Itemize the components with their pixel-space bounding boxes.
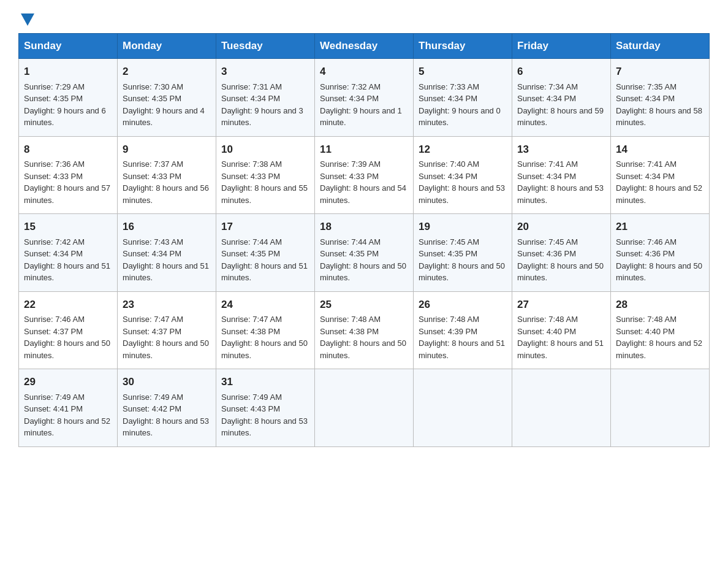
calendar-cell: 14 Sunrise: 7:41 AMSunset: 4:34 PMDaylig… — [611, 136, 710, 214]
calendar-cell: 30 Sunrise: 7:49 AMSunset: 4:42 PMDaylig… — [118, 369, 216, 447]
day-number: 3 — [221, 64, 309, 80]
calendar-cell: 10 Sunrise: 7:38 AMSunset: 4:33 PMDaylig… — [216, 136, 315, 214]
day-info: Sunrise: 7:37 AMSunset: 4:33 PMDaylight:… — [123, 159, 209, 205]
day-number: 7 — [616, 64, 704, 80]
day-info: Sunrise: 7:44 AMSunset: 4:35 PMDaylight:… — [221, 237, 308, 283]
day-number: 19 — [419, 219, 507, 235]
day-number: 14 — [616, 142, 704, 158]
day-number: 13 — [517, 142, 605, 158]
day-info: Sunrise: 7:40 AMSunset: 4:34 PMDaylight:… — [419, 159, 505, 205]
calendar-cell: 9 Sunrise: 7:37 AMSunset: 4:33 PMDayligh… — [118, 136, 216, 214]
day-header-wednesday: Wednesday — [315, 34, 414, 59]
day-header-tuesday: Tuesday — [216, 34, 315, 59]
svg-marker-0 — [21, 13, 34, 26]
day-info: Sunrise: 7:43 AMSunset: 4:34 PMDaylight:… — [123, 237, 209, 283]
day-header-friday: Friday — [512, 34, 611, 59]
day-info: Sunrise: 7:45 AMSunset: 4:36 PMDaylight:… — [517, 237, 604, 283]
day-info: Sunrise: 7:33 AMSunset: 4:34 PMDaylight:… — [419, 82, 501, 128]
day-info: Sunrise: 7:49 AMSunset: 4:42 PMDaylight:… — [123, 393, 209, 438]
day-info: Sunrise: 7:34 AMSunset: 4:34 PMDaylight:… — [517, 82, 604, 128]
day-number: 15 — [24, 219, 112, 235]
day-info: Sunrise: 7:46 AMSunset: 4:37 PMDaylight:… — [24, 315, 110, 360]
calendar-cell — [414, 369, 512, 447]
day-info: Sunrise: 7:44 AMSunset: 4:35 PMDaylight:… — [320, 237, 406, 283]
calendar-cell: 17 Sunrise: 7:44 AMSunset: 4:35 PMDaylig… — [216, 214, 315, 292]
calendar-week-row: 1 Sunrise: 7:29 AMSunset: 4:35 PMDayligh… — [19, 59, 710, 137]
day-info: Sunrise: 7:49 AMSunset: 4:43 PMDaylight:… — [221, 393, 308, 438]
calendar-cell: 5 Sunrise: 7:33 AMSunset: 4:34 PMDayligh… — [414, 59, 512, 137]
calendar-cell: 2 Sunrise: 7:30 AMSunset: 4:35 PMDayligh… — [118, 59, 216, 137]
calendar-cell: 1 Sunrise: 7:29 AMSunset: 4:35 PMDayligh… — [19, 59, 118, 137]
day-info: Sunrise: 7:31 AMSunset: 4:34 PMDaylight:… — [221, 82, 303, 128]
calendar-week-row: 15 Sunrise: 7:42 AMSunset: 4:34 PMDaylig… — [19, 214, 710, 292]
day-info: Sunrise: 7:45 AMSunset: 4:35 PMDaylight:… — [419, 237, 505, 283]
day-info: Sunrise: 7:38 AMSunset: 4:33 PMDaylight:… — [221, 159, 308, 205]
day-number: 4 — [320, 64, 408, 80]
calendar-cell: 27 Sunrise: 7:48 AMSunset: 4:40 PMDaylig… — [512, 291, 611, 369]
day-info: Sunrise: 7:29 AMSunset: 4:35 PMDaylight:… — [24, 82, 106, 128]
day-number: 10 — [221, 142, 309, 158]
calendar-body: 1 Sunrise: 7:29 AMSunset: 4:35 PMDayligh… — [19, 59, 710, 447]
day-number: 8 — [24, 142, 112, 158]
day-info: Sunrise: 7:35 AMSunset: 4:34 PMDaylight:… — [616, 82, 702, 128]
day-info: Sunrise: 7:41 AMSunset: 4:34 PMDaylight:… — [517, 159, 604, 205]
day-info: Sunrise: 7:39 AMSunset: 4:33 PMDaylight:… — [320, 159, 406, 205]
day-info: Sunrise: 7:47 AMSunset: 4:38 PMDaylight:… — [221, 315, 308, 360]
day-number: 21 — [616, 219, 704, 235]
day-info: Sunrise: 7:32 AMSunset: 4:34 PMDaylight:… — [320, 82, 402, 128]
calendar-cell: 6 Sunrise: 7:34 AMSunset: 4:34 PMDayligh… — [512, 59, 611, 137]
calendar-cell: 21 Sunrise: 7:46 AMSunset: 4:36 PMDaylig… — [611, 214, 710, 292]
day-number: 12 — [419, 142, 507, 158]
logo-triangle-icon — [21, 13, 34, 27]
calendar-cell — [611, 369, 710, 447]
day-info: Sunrise: 7:41 AMSunset: 4:34 PMDaylight:… — [616, 159, 702, 205]
calendar-cell: 12 Sunrise: 7:40 AMSunset: 4:34 PMDaylig… — [414, 136, 512, 214]
calendar-cell: 22 Sunrise: 7:46 AMSunset: 4:37 PMDaylig… — [19, 291, 118, 369]
calendar-cell: 31 Sunrise: 7:49 AMSunset: 4:43 PMDaylig… — [216, 369, 315, 447]
day-number: 25 — [320, 297, 408, 313]
logo — [18, 12, 34, 27]
calendar-cell: 4 Sunrise: 7:32 AMSunset: 4:34 PMDayligh… — [315, 59, 414, 137]
day-info: Sunrise: 7:46 AMSunset: 4:36 PMDaylight:… — [616, 237, 702, 283]
calendar-cell — [315, 369, 414, 447]
day-number: 20 — [517, 219, 605, 235]
calendar-cell: 16 Sunrise: 7:43 AMSunset: 4:34 PMDaylig… — [118, 214, 216, 292]
day-number: 18 — [320, 219, 408, 235]
day-number: 16 — [123, 219, 211, 235]
day-info: Sunrise: 7:42 AMSunset: 4:34 PMDaylight:… — [24, 237, 110, 283]
day-number: 17 — [221, 219, 309, 235]
calendar-header-row: SundayMondayTuesdayWednesdayThursdayFrid… — [19, 34, 710, 59]
day-info: Sunrise: 7:48 AMSunset: 4:38 PMDaylight:… — [320, 315, 406, 360]
calendar-cell: 28 Sunrise: 7:48 AMSunset: 4:40 PMDaylig… — [611, 291, 710, 369]
day-info: Sunrise: 7:48 AMSunset: 4:40 PMDaylight:… — [517, 315, 604, 360]
calendar-cell: 8 Sunrise: 7:36 AMSunset: 4:33 PMDayligh… — [19, 136, 118, 214]
calendar-cell: 3 Sunrise: 7:31 AMSunset: 4:34 PMDayligh… — [216, 59, 315, 137]
day-number: 28 — [616, 297, 704, 313]
page-header — [18, 12, 710, 27]
day-info: Sunrise: 7:36 AMSunset: 4:33 PMDaylight:… — [24, 159, 110, 205]
calendar-week-row: 22 Sunrise: 7:46 AMSunset: 4:37 PMDaylig… — [19, 291, 710, 369]
calendar-cell: 7 Sunrise: 7:35 AMSunset: 4:34 PMDayligh… — [611, 59, 710, 137]
calendar-week-row: 29 Sunrise: 7:49 AMSunset: 4:41 PMDaylig… — [19, 369, 710, 447]
day-number: 31 — [221, 374, 309, 390]
calendar-cell: 24 Sunrise: 7:47 AMSunset: 4:38 PMDaylig… — [216, 291, 315, 369]
day-info: Sunrise: 7:49 AMSunset: 4:41 PMDaylight:… — [24, 393, 110, 438]
day-number: 1 — [24, 64, 112, 80]
day-number: 11 — [320, 142, 408, 158]
calendar-table: SundayMondayTuesdayWednesdayThursdayFrid… — [18, 33, 710, 447]
calendar-cell: 19 Sunrise: 7:45 AMSunset: 4:35 PMDaylig… — [414, 214, 512, 292]
day-number: 23 — [123, 297, 211, 313]
day-header-sunday: Sunday — [19, 34, 118, 59]
calendar-cell: 15 Sunrise: 7:42 AMSunset: 4:34 PMDaylig… — [19, 214, 118, 292]
day-number: 29 — [24, 374, 112, 390]
day-info: Sunrise: 7:30 AMSunset: 4:35 PMDaylight:… — [123, 82, 205, 128]
day-number: 24 — [221, 297, 309, 313]
day-number: 2 — [123, 64, 211, 80]
day-number: 27 — [517, 297, 605, 313]
day-number: 5 — [419, 64, 507, 80]
calendar-cell — [512, 369, 611, 447]
day-number: 30 — [123, 374, 211, 390]
day-number: 26 — [419, 297, 507, 313]
day-number: 9 — [123, 142, 211, 158]
calendar-cell: 18 Sunrise: 7:44 AMSunset: 4:35 PMDaylig… — [315, 214, 414, 292]
